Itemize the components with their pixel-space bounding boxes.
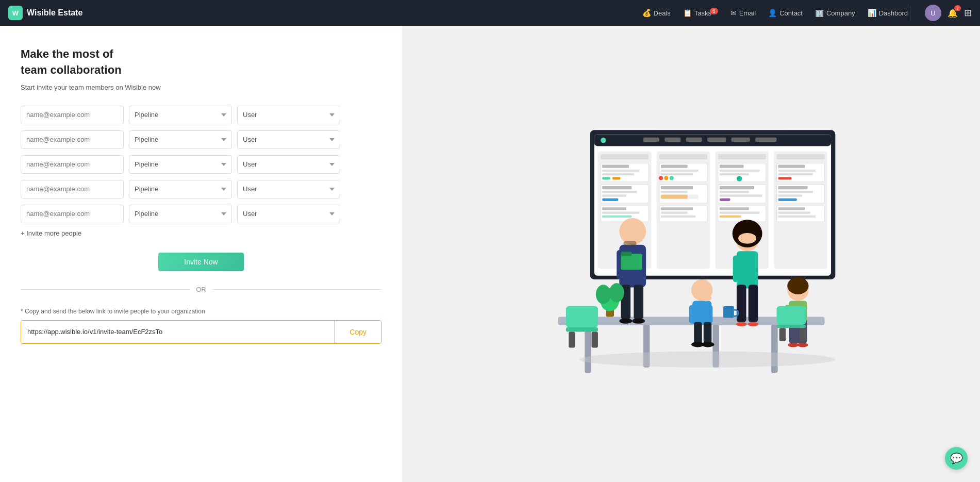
user-select-5[interactable]: UserAdminViewer <box>237 205 340 223</box>
pipeline-select-5[interactable]: PipelinePipeline APipeline B <box>129 205 232 223</box>
svg-point-108 <box>701 342 714 347</box>
svg-point-35 <box>669 176 673 180</box>
svg-point-119 <box>701 295 711 301</box>
email-input-4[interactable] <box>21 180 124 198</box>
svg-rect-113 <box>733 256 743 282</box>
svg-point-95 <box>632 319 645 324</box>
svg-rect-5 <box>665 138 680 142</box>
svg-rect-116 <box>748 285 758 322</box>
illustration <box>537 125 846 383</box>
svg-rect-16 <box>718 154 766 159</box>
nav-company[interactable]: 🏢 Company <box>815 9 855 17</box>
svg-rect-131 <box>779 328 785 341</box>
svg-point-33 <box>658 176 662 180</box>
svg-rect-103 <box>689 305 699 324</box>
invite-row-5: PipelinePipeline APipeline B UserAdminVi… <box>21 205 381 223</box>
svg-rect-4 <box>643 138 659 142</box>
avatar[interactable]: U <box>925 5 941 21</box>
svg-rect-48 <box>719 191 749 193</box>
svg-rect-74 <box>778 208 805 210</box>
svg-point-126 <box>787 277 808 294</box>
invite-row-4: PipelinePipeline APipeline B UserAdminVi… <box>21 180 381 198</box>
nav-contact[interactable]: 👤 Contact <box>768 9 803 17</box>
svg-rect-96 <box>623 241 636 246</box>
svg-rect-62 <box>602 208 626 210</box>
nav-tasks[interactable]: 📋 Tasks 6 <box>683 9 718 17</box>
page-title: Make the most of team collaboration <box>21 46 381 78</box>
chat-button[interactable]: 💬 <box>945 447 968 470</box>
nav-items: 💰 Deals 📋 Tasks 6 ✉ Email 👤 Contact 🏢 Co… <box>642 9 908 17</box>
apps-grid-icon[interactable]: ⊞ <box>964 7 972 19</box>
svg-rect-105 <box>694 322 702 343</box>
user-select-4[interactable]: UserAdminViewer <box>237 180 340 198</box>
svg-rect-26 <box>602 191 637 193</box>
svg-rect-20 <box>602 170 639 172</box>
pipeline-select-3[interactable]: PipelinePipeline APipeline B <box>129 155 232 174</box>
nav-deals[interactable]: 💰 Deals <box>642 9 671 17</box>
notifications-button[interactable]: 🔔 7 <box>948 8 958 18</box>
svg-rect-106 <box>703 322 711 343</box>
nav-company-label: Company <box>826 9 855 17</box>
svg-rect-84 <box>569 332 575 348</box>
nav-deals-label: Deals <box>654 9 671 17</box>
svg-point-94 <box>619 319 632 324</box>
user-select-1[interactable]: User Admin Viewer <box>237 106 340 124</box>
navbar: W Wisible Estate 💰 Deals 📋 Tasks 6 ✉ Ema… <box>0 0 980 26</box>
svg-point-127 <box>788 343 799 347</box>
svg-rect-75 <box>778 212 810 214</box>
svg-point-3 <box>601 138 606 143</box>
copy-link-row: Copy <box>21 320 381 344</box>
brand-logo: W <box>8 6 23 20</box>
svg-rect-6 <box>686 138 702 142</box>
svg-rect-132 <box>799 328 805 341</box>
svg-rect-59 <box>778 195 802 197</box>
pipeline-select-2[interactable]: PipelinePipeline APipeline B <box>129 130 232 149</box>
user-select-2[interactable]: UserAdminViewer <box>237 130 340 149</box>
invite-row-1: Pipeline Pipeline A Pipeline B User Admi… <box>21 106 381 124</box>
pipeline-select-1[interactable]: Pipeline Pipeline A Pipeline B <box>129 106 232 124</box>
email-input-1[interactable] <box>21 106 124 124</box>
svg-rect-27 <box>602 195 626 197</box>
svg-rect-50 <box>719 198 730 201</box>
team-illustration-svg <box>537 125 846 381</box>
add-more-button[interactable]: + Invite more people <box>21 229 381 237</box>
brand[interactable]: W Wisible Estate <box>8 6 82 20</box>
invite-now-button[interactable]: Invite Now <box>158 253 243 271</box>
copy-button[interactable]: Copy <box>335 321 381 343</box>
svg-rect-82 <box>566 306 597 327</box>
email-input-5[interactable] <box>21 205 124 223</box>
svg-point-100 <box>609 283 624 302</box>
or-line-right <box>212 289 381 290</box>
nav-dashboard[interactable]: 📊 Dashbord <box>868 9 908 17</box>
email-input-3[interactable] <box>21 155 124 174</box>
svg-rect-7 <box>707 138 726 142</box>
svg-rect-52 <box>778 165 805 168</box>
svg-rect-37 <box>661 186 693 189</box>
tasks-badge: 6 <box>710 8 718 14</box>
pipeline-select-4[interactable]: PipelinePipeline APipeline B <box>129 180 232 198</box>
svg-rect-42 <box>719 165 743 168</box>
svg-point-45 <box>736 176 741 181</box>
svg-point-34 <box>664 176 668 180</box>
svg-rect-31 <box>661 170 698 172</box>
svg-rect-120 <box>723 306 734 318</box>
svg-point-133 <box>579 352 835 368</box>
email-input-2[interactable] <box>21 130 124 149</box>
svg-rect-14 <box>601 154 649 159</box>
svg-point-117 <box>736 322 746 326</box>
invite-btn-wrap: Invite Now <box>21 253 381 271</box>
svg-rect-85 <box>591 332 597 348</box>
svg-rect-57 <box>778 186 807 189</box>
invite-link-input[interactable] <box>21 321 335 343</box>
left-panel: Make the most of team collaboration Star… <box>0 26 402 482</box>
nav-email-label: Email <box>739 9 756 17</box>
svg-rect-53 <box>778 170 815 172</box>
or-divider: OR <box>21 286 381 293</box>
user-select-3[interactable]: UserAdminViewer <box>237 155 340 174</box>
svg-point-111 <box>738 233 756 244</box>
svg-rect-72 <box>719 215 740 218</box>
svg-rect-115 <box>736 285 746 322</box>
nav-email[interactable]: ✉ Email <box>730 9 756 17</box>
or-text: OR <box>196 286 206 293</box>
nav-dashboard-label: Dashbord <box>879 9 908 17</box>
